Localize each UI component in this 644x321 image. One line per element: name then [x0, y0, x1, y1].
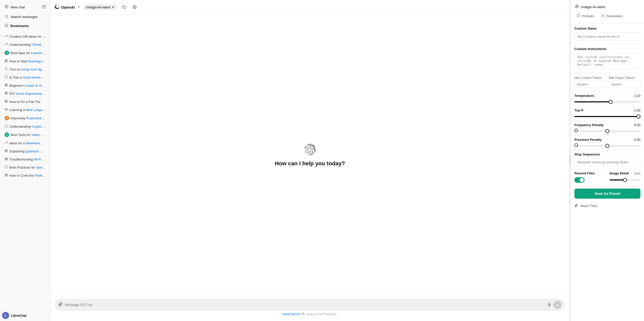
- right-panel: chatgpt-4o-latest Prompts: [571, 0, 644, 321]
- copy-button[interactable]: [120, 3, 128, 11]
- bookmarks-button[interactable]: Bookmarks: [2, 21, 48, 30]
- save-as-preset-button[interactable]: Save As Preset: [574, 189, 640, 199]
- image-detail-slider[interactable]: [610, 179, 641, 180]
- presence-penalty-slider[interactable]: [574, 145, 640, 146]
- message-input[interactable]: [65, 303, 545, 307]
- temperature-header: Temperature 1.10: [574, 94, 640, 98]
- list-item[interactable]: 3Best Tools for Video Editing: [2, 130, 48, 139]
- prompt-icon: [577, 14, 580, 18]
- model-gear-icon: [575, 5, 579, 9]
- circle-icon: [5, 75, 8, 79]
- sidebar: New chat Search messages Boo: [0, 0, 51, 321]
- temperature-slider[interactable]: [574, 101, 640, 102]
- list-item[interactable]: DIY Home Improvement Tips: [2, 89, 48, 98]
- temperature-section: Temperature 1.10: [571, 91, 644, 106]
- stop-sequences-section: Stop Sequences: [571, 150, 644, 169]
- chat-item-text: Understanding Climate Chang: [9, 43, 46, 47]
- resend-image-section: Resend Files Image Detail auto: [571, 169, 644, 186]
- top-p-label: Top P: [574, 108, 583, 112]
- max-context-col: Max Context Tokens: [574, 76, 606, 88]
- send-button[interactable]: ▲: [553, 301, 562, 309]
- custom-instructions-input[interactable]: [574, 53, 640, 69]
- avatar: L: [2, 312, 9, 319]
- resend-files-toggle[interactable]: [574, 177, 585, 183]
- attach-icon: [574, 204, 578, 208]
- rp-top: chatgpt-4o-latest Prompts: [571, 0, 644, 24]
- list-item[interactable]: How to Fix a Flat Tire: [2, 98, 48, 106]
- list-item[interactable]: How to Start Running for Fitn: [2, 57, 48, 65]
- top-p-value: 1.00: [634, 108, 640, 112]
- trend-icon: [5, 34, 8, 38]
- model-selector[interactable]: chatgpt-4o-latest ▼: [83, 4, 117, 10]
- chat-item-text: Turn on living room light with: [9, 67, 46, 71]
- max-output-input[interactable]: [609, 81, 641, 88]
- list-item[interactable]: Is This a Good Investment Op: [2, 73, 48, 81]
- frequency-penalty-dot: [574, 129, 578, 132]
- image-detail-label-row: Image Detail auto: [610, 171, 641, 175]
- max-tokens-section: Max Context Tokens Max Output Tokens: [571, 73, 644, 91]
- chat-item-text: How to Cook the Perfect Stea: [9, 174, 46, 177]
- frequency-penalty-wrap: [574, 128, 640, 132]
- svg-point-20: [134, 7, 135, 8]
- top-p-header: Top P 1.00: [574, 108, 640, 112]
- list-item[interactable]: Beginner's Guide to Gardenin: [2, 81, 48, 89]
- main-body: How can I help you today?: [51, 14, 569, 295]
- chat-item-text: How to Start Running for Fitn: [9, 59, 46, 63]
- microphone-button[interactable]: [547, 302, 551, 307]
- chat-item-text: Beginner's Guide to Gardenin: [9, 84, 46, 87]
- scroll-bar: [570, 155, 570, 166]
- stop-sequences-input[interactable]: [574, 158, 640, 166]
- top-p-slider[interactable]: [574, 116, 640, 117]
- chat-item-text: Ideas for a Weekend Getawa: [9, 141, 46, 145]
- attach-files-row[interactable]: Attach Files: [571, 202, 644, 210]
- list-item[interactable]: 3Improving Productivity at Wo: [2, 114, 48, 122]
- trend-icon: [5, 141, 8, 145]
- settings-button[interactable]: [131, 3, 139, 11]
- new-chat-button[interactable]: New chat: [2, 2, 48, 12]
- trend-icon: [5, 42, 8, 47]
- presence-penalty-label: Presence Penalty: [574, 138, 602, 142]
- top-p-section: Top P 1.00: [571, 106, 644, 121]
- frequency-penalty-slider[interactable]: [574, 131, 640, 132]
- list-item[interactable]: Creative Gift Ideas for Birthda: [2, 32, 48, 40]
- footer-link[interactable]: LibreChat v0.7.5: [282, 312, 304, 316]
- attach-button[interactable]: [58, 302, 63, 308]
- list-item[interactable]: How to Cook the Perfect Stea: [2, 171, 48, 179]
- list-item[interactable]: Ideas for a Weekend Getawa: [2, 139, 48, 147]
- globe-icon: [5, 59, 8, 63]
- tab-parameters[interactable]: Parameters: [598, 12, 626, 20]
- svg-point-16: [5, 166, 8, 168]
- custom-instructions-label: Custom Instructions: [574, 47, 640, 51]
- list-item[interactable]: Troubleshooting Wi-Fi Conne: [2, 155, 48, 163]
- list-item[interactable]: Turn on living room light with: [2, 65, 48, 73]
- sidebar-bottom: L LibreChat: [0, 310, 50, 321]
- globe-icon: [5, 83, 8, 87]
- svg-point-4: [5, 76, 8, 78]
- resend-files-col: Resend Files: [574, 171, 606, 183]
- custom-name-input[interactable]: [574, 32, 640, 41]
- list-item[interactable]: Learning a New Language Qu: [2, 106, 48, 114]
- rp-tab-row: Prompts Parameters: [574, 11, 641, 21]
- sidebar-top: New chat Search messages Boo: [0, 0, 50, 31]
- svg-point-0: [5, 15, 8, 17]
- globe-icon: [5, 157, 8, 161]
- tab-prompts[interactable]: Prompts: [574, 12, 597, 20]
- rp-model-row: chatgpt-4o-latest: [574, 3, 641, 11]
- main-greeting: How can I help you today?: [275, 160, 345, 167]
- list-item[interactable]: Best Practices for Saving Mo: [2, 163, 48, 171]
- search-messages-button[interactable]: Search messages: [2, 12, 48, 21]
- main-header: OpenAI ▼ chatgpt-4o-latest ▼: [51, 0, 569, 14]
- list-item[interactable]: Understanding Cryptocurrenc: [2, 122, 48, 130]
- list-item[interactable]: Explaining Quantum Mechani: [2, 147, 48, 155]
- max-output-col: Max Output Tokens: [609, 76, 641, 88]
- circle-icon: [5, 165, 8, 169]
- hat-icon: [5, 108, 8, 112]
- max-context-input[interactable]: [574, 81, 606, 88]
- app-name-label: LibreChat: [11, 314, 27, 317]
- badge-icon: 3: [5, 51, 9, 55]
- list-item[interactable]: Understanding Climate Chang: [2, 40, 48, 49]
- chat-item-text: Understanding Cryptocurrenc: [9, 125, 46, 128]
- presence-penalty-dot: [574, 143, 578, 147]
- globe-icon: [5, 100, 8, 104]
- list-item[interactable]: 3Best Apps for Learning Guita: [2, 49, 48, 57]
